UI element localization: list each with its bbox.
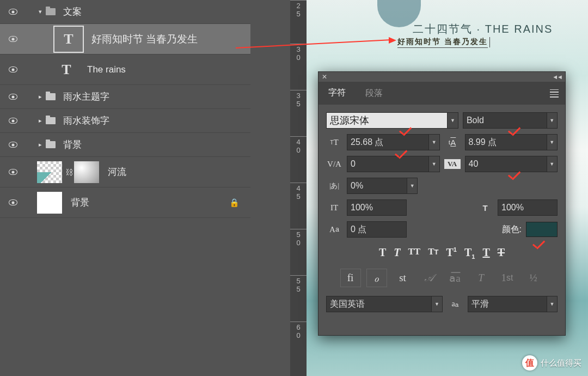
color-swatch[interactable] xyxy=(526,222,558,237)
watermark-badge: 值 xyxy=(522,355,537,371)
tracking-field[interactable]: ▼ xyxy=(465,156,558,172)
antialiasing-icon: aa xyxy=(447,300,463,308)
font-style-field[interactable]: ▼ xyxy=(463,112,558,129)
visibility-toggle[interactable] xyxy=(4,169,22,175)
swash-button[interactable]: 𝒜 xyxy=(419,269,439,287)
font-family-input[interactable] xyxy=(327,115,447,126)
dropdown-icon[interactable]: ▼ xyxy=(447,113,458,128)
font-size-input[interactable] xyxy=(347,137,428,147)
eye-icon xyxy=(9,199,17,205)
watermark-text: 什么值得买 xyxy=(541,358,581,368)
kerning-field[interactable]: ▼ xyxy=(347,156,440,172)
annotation-arrow-head xyxy=(389,37,396,44)
dropdown-icon[interactable]: ▼ xyxy=(431,296,442,312)
kerning-icon: V/A xyxy=(326,160,342,169)
dropdown-icon[interactable]: ▼ xyxy=(428,156,439,172)
tsume-input[interactable] xyxy=(347,181,407,191)
baseline-icon: Aa xyxy=(326,225,342,234)
layer-river[interactable]: ⛓ 河流 xyxy=(0,157,250,187)
visibility-toggle[interactable] xyxy=(4,94,22,100)
language-field[interactable]: ▼ xyxy=(326,296,443,312)
dropdown-icon[interactable]: ▼ xyxy=(428,135,439,150)
fractions-button[interactable]: ½ xyxy=(523,269,544,287)
contextual-alt-button[interactable]: ℴ xyxy=(366,269,387,287)
eye-icon xyxy=(9,142,17,148)
visibility-toggle[interactable] xyxy=(4,199,22,205)
dropdown-icon[interactable]: ▼ xyxy=(547,135,557,150)
faux-bold-button[interactable]: T xyxy=(379,246,386,260)
canvas-editing-text[interactable]: 好雨知时节 当春乃发生 xyxy=(397,37,488,48)
layer-group-bg[interactable]: ▸ 背景 xyxy=(0,133,250,157)
baseline-input[interactable] xyxy=(347,225,406,234)
ordinals-button[interactable]: 1st xyxy=(497,269,518,287)
layer-text-1[interactable]: T 好雨知时节 当春乃发生 xyxy=(0,24,250,54)
small-caps-button[interactable]: TT xyxy=(428,246,438,260)
eye-icon xyxy=(9,36,17,42)
layer-group-theme[interactable]: ▸ 雨水主题字 xyxy=(0,85,250,109)
leading-field[interactable]: ▼ xyxy=(465,134,558,150)
chevron-right-icon[interactable]: ▸ xyxy=(37,141,44,148)
text-layer-icon: T xyxy=(53,58,79,82)
tab-character[interactable]: 字符 xyxy=(318,82,356,105)
hscale-field[interactable] xyxy=(498,199,558,216)
subscript-button[interactable]: T1 xyxy=(464,246,475,260)
chevron-right-icon[interactable]: ▸ xyxy=(37,93,44,100)
mask-thumbnail xyxy=(74,161,99,183)
dropdown-icon[interactable]: ▼ xyxy=(547,156,557,172)
vscale-field[interactable] xyxy=(347,199,407,216)
layer-group-copy[interactable]: ▾ 文案 xyxy=(0,0,250,24)
close-icon[interactable]: ✕ xyxy=(322,73,327,81)
watermark: 值 什么值得买 xyxy=(522,355,581,371)
faux-italic-button[interactable]: T xyxy=(394,246,400,260)
language-input[interactable] xyxy=(327,299,431,309)
font-size-field[interactable]: ▼ xyxy=(347,134,440,150)
lock-icon[interactable]: 🔒 xyxy=(229,198,240,208)
font-family-field[interactable]: ▼ xyxy=(326,112,458,129)
ligatures-button[interactable]: fi xyxy=(340,269,361,287)
discretionary-lig-button[interactable]: st xyxy=(393,269,413,287)
visibility-toggle[interactable] xyxy=(4,118,22,124)
text-style-buttons: T T TT TT T1 T1 T T xyxy=(326,246,558,260)
eye-icon xyxy=(9,118,17,124)
collapse-icon[interactable]: ◄◄ xyxy=(552,74,562,80)
visibility-toggle[interactable] xyxy=(4,66,22,72)
folder-icon xyxy=(46,117,56,124)
layer-group-deco[interactable]: ▸ 雨水装饰字 xyxy=(0,109,250,133)
chevron-down-icon[interactable]: ▾ xyxy=(37,8,44,15)
antialiasing-input[interactable] xyxy=(468,299,547,309)
vscale-input[interactable] xyxy=(347,203,406,213)
underline-button[interactable]: T xyxy=(482,246,489,260)
folder-icon xyxy=(46,8,56,15)
dropdown-icon[interactable]: ▼ xyxy=(547,113,557,128)
antialiasing-field[interactable]: ▼ xyxy=(468,296,558,312)
font-style-input[interactable] xyxy=(463,116,547,125)
layer-background[interactable]: 背景 🔒 xyxy=(0,187,250,218)
link-icon[interactable]: ⛓ xyxy=(65,168,73,177)
all-caps-button[interactable]: TT xyxy=(408,246,420,260)
titling-alt-button[interactable]: T xyxy=(471,269,492,287)
visibility-toggle[interactable] xyxy=(4,142,22,148)
strikethrough-button[interactable]: T xyxy=(498,246,505,260)
tab-paragraph[interactable]: 段落 xyxy=(356,82,393,105)
panel-tabs: 字符 段落 xyxy=(318,82,565,105)
superscript-button[interactable]: T1 xyxy=(446,246,456,260)
leading-input[interactable] xyxy=(465,137,547,147)
visibility-toggle[interactable] xyxy=(4,9,22,15)
stylistic-alt-button[interactable]: a͞a xyxy=(445,269,465,287)
baseline-field[interactable] xyxy=(347,221,407,238)
text-layer-icon: T xyxy=(53,26,84,53)
dropdown-icon[interactable]: ▼ xyxy=(407,178,417,193)
kerning-input[interactable] xyxy=(347,159,428,169)
tsume-field[interactable]: ▼ xyxy=(347,178,418,194)
tracking-input[interactable] xyxy=(465,159,547,169)
layer-text-2[interactable]: T The rains xyxy=(0,54,250,85)
chevron-right-icon[interactable]: ▸ xyxy=(37,117,44,124)
canvas-subtitle: 二十四节气 · THE RAINS xyxy=(413,22,553,37)
tsume-icon: |あ| xyxy=(326,181,342,191)
panel-menu-button[interactable] xyxy=(543,82,565,105)
dropdown-icon[interactable]: ▼ xyxy=(547,296,557,312)
character-panel: ✕ ◄◄ 字符 段落 ▼ ▼ TT ▼ tA ▼ V/A ▼ VA ▼ |あ| … xyxy=(318,71,566,336)
layer-label: 雨水装饰字 xyxy=(63,114,109,127)
hscale-input[interactable] xyxy=(498,203,557,213)
visibility-toggle[interactable] xyxy=(4,36,22,42)
